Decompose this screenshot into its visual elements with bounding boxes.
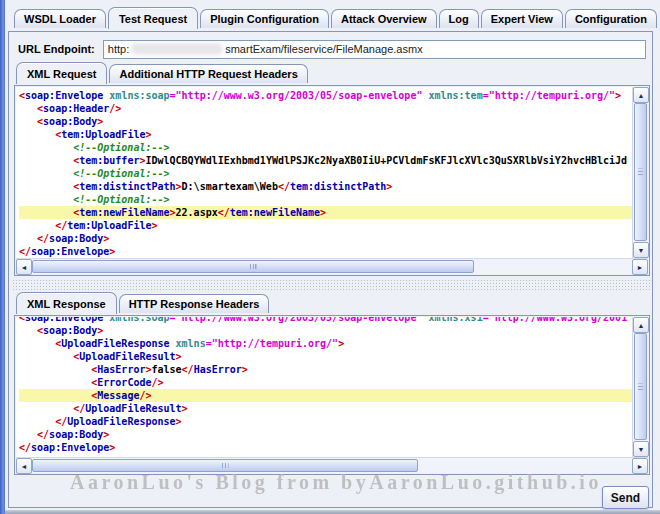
url-suffix: smartExam/fileservice/FileManage.asmx (225, 43, 422, 55)
response-tab-xml-response[interactable]: XML Response (16, 292, 117, 314)
code-line: <UploadFileResult> (19, 350, 632, 363)
code-line: <!--Optional:--> (19, 193, 632, 206)
tab-expert-view[interactable]: Expert View (481, 9, 563, 28)
code-line: </UploadFileResult> (19, 402, 632, 415)
response-tab-http-response-headers[interactable]: HTTP Response Headers (119, 294, 270, 313)
code-line: <!--Optional:--> (19, 141, 632, 154)
scroll-left-icon[interactable]: ◄ (16, 458, 32, 474)
request-tab-xml-request[interactable]: XML Request (16, 62, 107, 84)
main-tab-bar: WSDL LoaderTest RequestPlugin Configurat… (14, 7, 659, 28)
arrow-glyph: ► (637, 264, 644, 271)
code-line: <soap:Envelope xmlns:soap="http://www.w3… (19, 317, 632, 324)
tab-configuration[interactable]: Configuration (565, 9, 657, 28)
xml-response-pane: <soap:Envelope xmlns:soap="http://www.w3… (14, 315, 650, 475)
tab-plugin-configuration[interactable]: Plugin Configuration (200, 9, 329, 28)
window-frame-left (0, 0, 5, 514)
arrow-glyph: ▼ (638, 247, 645, 254)
code-line: <ErrorCode/> (19, 376, 632, 389)
xml-request-editor[interactable]: <soap:Envelope xmlns:soap="http://www.w3… (16, 87, 632, 258)
highlighted-code-line: <tem:newFileName>22.aspx</tem:newFileNam… (19, 206, 632, 219)
response-vscroll-thumb[interactable] (634, 333, 647, 440)
code-line: <soap:Body> (19, 324, 632, 337)
url-endpoint-input[interactable]: http:smartExam/fileservice/FileManage.as… (103, 40, 646, 59)
code-line: </UploadFileResponse> (19, 415, 632, 428)
window-frame-bottom (0, 510, 660, 514)
code-line: <tem:buffer>IDwlQCBQYWdlIExhbmd1YWdlPSJK… (19, 154, 632, 167)
response-tab-bar: XML ResponseHTTP Response Headers (16, 292, 271, 313)
arrow-glyph: ► (637, 463, 644, 470)
highlighted-code-line: <Message/> (19, 389, 632, 402)
scroll-right-icon[interactable]: ► (632, 458, 648, 474)
tab-wsdl-loader[interactable]: WSDL Loader (14, 9, 106, 28)
response-vertical-scrollbar[interactable]: ▲ ▼ (632, 317, 648, 457)
url-prefix: http: (108, 43, 129, 55)
split-divider[interactable] (12, 279, 650, 291)
url-redacted-segment (131, 43, 223, 55)
arrow-glyph: ▲ (638, 92, 645, 99)
request-vertical-scrollbar[interactable]: ▲ ▼ (632, 87, 648, 258)
code-line: <tem:UploadFile> (19, 128, 632, 141)
code-line: </tem:UploadFile> (19, 219, 632, 232)
code-line: <tem:distinctPath>D:\smartexam\Web</tem:… (19, 180, 632, 193)
scroll-right-icon[interactable]: ► (632, 259, 648, 275)
code-line: <UploadFileResponse xmlns="http://tempur… (19, 337, 632, 350)
arrow-glyph: ◄ (21, 463, 28, 470)
response-hscroll-thumb[interactable] (32, 459, 418, 472)
code-line: <soap:Body> (19, 115, 632, 128)
scroll-left-icon[interactable]: ◄ (16, 259, 32, 275)
request-tab-additional-http-request-headers[interactable]: Additional HTTP Request Headers (109, 64, 307, 83)
tab-attack-overview[interactable]: Attack Overview (331, 9, 437, 28)
tab-test-request[interactable]: Test Request (108, 7, 198, 29)
scroll-down-icon[interactable]: ▼ (633, 242, 649, 258)
scroll-up-icon[interactable]: ▲ (633, 317, 649, 333)
scroll-up-icon[interactable]: ▲ (633, 87, 649, 103)
code-line: </soap:Envelope> (19, 441, 632, 454)
response-horizontal-scrollbar[interactable]: ◄ ► (16, 457, 648, 473)
request-hscroll-thumb[interactable] (32, 260, 474, 273)
scroll-down-icon[interactable]: ▼ (633, 441, 649, 457)
request-horizontal-scrollbar[interactable]: ◄ ► (16, 258, 648, 274)
xml-response-editor[interactable]: <soap:Envelope xmlns:soap="http://www.w3… (16, 317, 632, 457)
tab-log[interactable]: Log (439, 9, 479, 28)
xml-request-pane: <soap:Envelope xmlns:soap="http://www.w3… (14, 85, 650, 276)
arrow-glyph: ▲ (638, 322, 645, 329)
url-endpoint-row: URL Endpoint: http:smartExam/fileservice… (18, 39, 646, 59)
request-vscroll-thumb[interactable] (634, 103, 647, 241)
code-line: </soap:Envelope> (19, 245, 632, 258)
arrow-glyph: ◄ (21, 264, 28, 271)
send-button[interactable]: Send (602, 486, 649, 509)
url-endpoint-label: URL Endpoint: (18, 43, 95, 55)
code-line: <soap:Header/> (19, 102, 632, 115)
code-line: <soap:Envelope xmlns:soap="http://www.w3… (19, 89, 632, 102)
code-line: <HasError>false</HasError> (19, 363, 632, 376)
code-line: <!--Optional:--> (19, 167, 632, 180)
code-line: </soap:Body> (19, 428, 632, 441)
arrow-glyph: ▼ (638, 446, 645, 453)
request-tab-bar: XML RequestAdditional HTTP Request Heade… (16, 62, 310, 83)
code-line: </soap:Body> (19, 232, 632, 245)
